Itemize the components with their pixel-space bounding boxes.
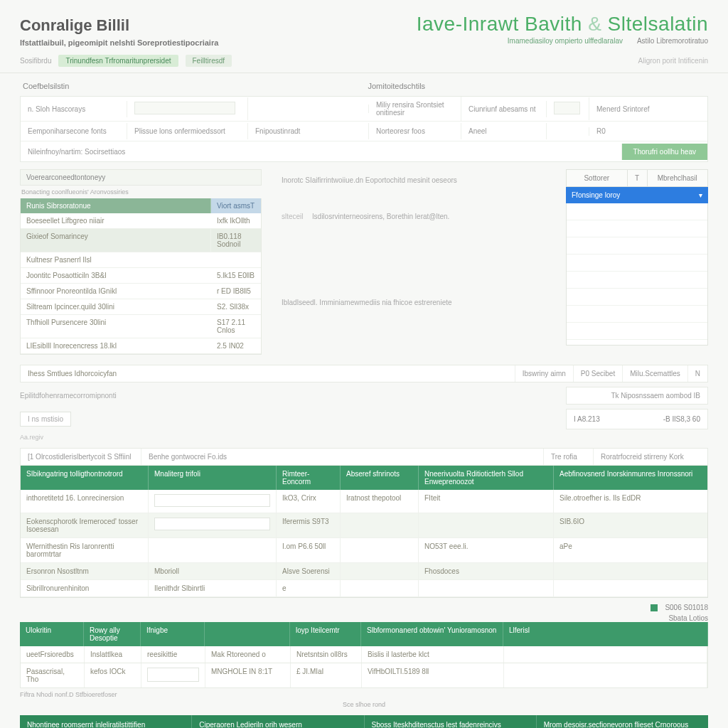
subnav-a[interactable]: Imamediasiloy ompierto ulffedlaralav: [508, 37, 623, 45]
row-label: Gixieof Somarincey: [21, 229, 211, 252]
dh3: Ifnigbe: [141, 622, 205, 646]
main-title-left: Iave-Inrawt Bavith: [417, 13, 582, 35]
f-r2c3: Fnipoustinradt: [248, 123, 369, 139]
th-amount[interactable]: Viort asmsT: [211, 198, 261, 213]
dr2c5: VifHbOILTI.5189 8ll: [362, 663, 504, 687]
f-r2c2: Plissue lons onfermioedssort: [127, 123, 248, 139]
f-r1c2: [127, 97, 248, 120]
chevron-down-icon: ▾: [699, 191, 702, 199]
footer-d[interactable]: Mrom desoisr.secfionevoron flieset Crnor…: [537, 715, 708, 728]
bar-r1[interactable]: Ibswriny aimn: [515, 365, 573, 382]
input-r1c2[interactable]: [134, 102, 235, 114]
subbar-card1: Tk Niposnssaem aombod IB: [574, 392, 700, 400]
grid-row[interactable]: SibrillronurenhinitonIlenithdr Slbinrtli…: [21, 580, 707, 597]
f-r2c5: Aneel: [461, 123, 547, 139]
row-amount: 2.5 IN02: [211, 338, 261, 353]
gh4: Abseref sfnrinots: [341, 466, 419, 490]
row-label: Siltream Ipcincer.quild 30lini: [21, 299, 211, 314]
grid-row[interactable]: Eokenscphorotk Iremeroced' tosser Isoese…: [21, 513, 707, 538]
strip-a[interactable]: [1 Olrcostidlerislbertycoit S Sffiinl: [21, 449, 141, 465]
row-label: Joontitc Posaotticiln 3B&I: [21, 268, 211, 283]
toolbar-pill-1[interactable]: Trinundfesn Trfromaritunprersidet: [58, 55, 178, 67]
dh6: Llferisl: [503, 622, 708, 646]
section-labels: Coefbelsilstin Jomitoitedschtils: [23, 82, 705, 90]
grid-row[interactable]: Ersonron NsostltnmMboriollAlsve Soerensi…: [21, 563, 707, 580]
gh6: Aebfinovsnerd Inorskinmunres Inronssnori: [554, 466, 707, 490]
center-panel: Inorotc SIaifirrintwoiiue.dn Eoportochit…: [270, 169, 557, 355]
header: Conralige Billil Iave-Inrawt Bavith & Sl…: [0, 0, 728, 50]
footer-bar: Nhontinee roomsernt inleliratilstittifie…: [20, 715, 708, 728]
subbar-left: Epilitdfohenramecorromipnonti: [20, 392, 117, 400]
subbar-card2a: I A8.213: [574, 415, 600, 423]
main-title-sep: &: [588, 13, 601, 35]
row-amount: S2. Sll38x: [211, 299, 261, 314]
bar-r3[interactable]: Milu.Scemattles: [622, 365, 687, 382]
footer-a[interactable]: Nhontinee roomsernt inleliratilstittifie…: [20, 715, 192, 728]
input-r1c6[interactable]: [554, 102, 580, 114]
row-label: Kultnesr Pasnerrl lIsl: [21, 252, 211, 267]
rp-tab-mid[interactable]: T: [628, 170, 648, 186]
dr2c2: kefos IOCk: [85, 663, 141, 687]
rp-tab-1[interactable]: Sottorer: [567, 170, 628, 186]
dh1: Ulokritin: [20, 622, 84, 646]
subnav-b[interactable]: Astilo Libremorotiratuo: [637, 37, 708, 45]
table-row[interactable]: Siltream Ipcincer.quild 30liniS2. Sll38x: [21, 299, 261, 315]
bar-r2[interactable]: P0 Secibet: [573, 365, 622, 382]
rp-selected[interactable]: Ffonsinge loroy ▾: [566, 187, 708, 203]
gh1: SIbikngatring tolligthontnotrord: [21, 466, 149, 490]
sec-label-a: Coefbelsilstin: [23, 82, 69, 90]
table-row[interactable]: Thfhioll Pursencere 30liniS17 2.11 Cnlos: [21, 315, 261, 338]
toolbar-right[interactable]: Aligron porit Intificenin: [638, 57, 708, 65]
toolbar-pill-2[interactable]: Feilltiresdf: [186, 55, 232, 67]
footer-b[interactable]: Ciperaoren Ledieriln orih wesern: [192, 715, 364, 728]
dr2input[interactable]: [141, 663, 205, 687]
center-txt1: lsdilosrvinterneosirens, Borethin lerat@…: [312, 213, 449, 220]
dr2c3: MNGHOLE IN 8:1T: [205, 663, 291, 687]
table-row[interactable]: Sffinnoor Pnoreontilda IGniklr ED IB8ll5: [21, 284, 261, 299]
row-amount: 5.lk15 E0llB: [211, 268, 261, 283]
detail-row-1: ueetFrsioredbs Inslattlkea reesikittie M…: [20, 646, 708, 663]
app-title: Conralige Billil: [20, 16, 129, 35]
table-row[interactable]: Boeseellet Lifbgreo niiairIxfk IkOllth: [21, 213, 261, 229]
f-r2c6: [547, 127, 589, 136]
detail-mid: Sce slhoe rond: [20, 701, 708, 708]
grid-row[interactable]: inthoretitetd 16. LonrecinersionIkO3, Cr…: [21, 490, 707, 513]
subbar-chip[interactable]: I ns mstisio: [20, 412, 71, 427]
center-txt2: Ibladlseedl. Imminiamewmediis nia fhicoe…: [282, 299, 546, 306]
table-row[interactable]: Gixieof SomarinceyIB0.118 Sodnoil: [21, 229, 261, 252]
gh3: Rimteer-Eoncorm: [277, 466, 341, 490]
dr2c1: Pasascrisal, Tho: [21, 663, 85, 687]
form-box: n. Sloh Hascorays Miliy rensira Srontsie…: [20, 96, 708, 162]
strip-b[interactable]: Benhe gontwocrei Fo.ids: [141, 449, 544, 465]
legend-a: S006 S01018: [665, 604, 708, 611]
bar-r4[interactable]: N: [687, 365, 707, 382]
f-r2c1: Eemponiharsecone fonts: [21, 123, 127, 139]
summary-table: Runis Sibrsoratonue Viort asmsT Boeseell…: [20, 198, 262, 355]
submit-button[interactable]: Thorufri oollhu heav: [622, 144, 707, 160]
row-label: Boeseellet Lifbgreo niiair: [21, 213, 211, 228]
toolbar: Sosifibrdu Trinundfesn Trfromaritunprers…: [0, 50, 728, 73]
detail-note: Fiftra Nhodi nonf.D Stfbioeretfoser: [20, 691, 708, 698]
table-row[interactable]: Kultnesr Pasnerrl lIsl: [21, 252, 261, 268]
strip-c[interactable]: Tre rofia: [544, 449, 594, 465]
rp-body: [566, 203, 708, 346]
main-title: Iave-Inrawt Bavith & Sltelsalatin: [417, 13, 708, 36]
strip-d[interactable]: Roratrfocreid stirreny Kork: [594, 449, 707, 465]
grid-row[interactable]: Wfernithestin Ris Iaronrentti barormtrta…: [21, 538, 707, 563]
info-bar: Ihess Smtlues Idhorcoicyfan Ibswriny aim…: [20, 365, 708, 382]
detail-header: Ulokritin Rowy ally Desoptie Ifnigbe loy…: [20, 622, 708, 646]
grid-input[interactable]: [154, 494, 270, 507]
subbar-card2b: -B IlS8,3 60: [663, 415, 700, 423]
rp-tab-2[interactable]: Mbrehclhasil: [648, 170, 708, 186]
dr1c4: Mak Rtoreoned o: [205, 646, 291, 663]
f-r3c1: Nileinfnoy/nartim: Socirsettiaos: [21, 144, 622, 160]
table-row[interactable]: LIEsibIll Inorecencress 18.lkI2.5 IN02: [21, 338, 261, 354]
grid-input[interactable]: [154, 518, 270, 530]
dr1c3: reesikittie: [141, 646, 205, 663]
right-panel: Sottorer T Mbrehclhasil Ffonsinge loroy …: [566, 169, 708, 355]
main-title-right: Sltelsalatin: [608, 13, 708, 35]
footer-c[interactable]: Sboss Iteskhditensctus lest fadenreinciv…: [365, 715, 537, 728]
table-row[interactable]: Joontitc Posaotticiln 3B&I5.lk15 E0llB: [21, 268, 261, 284]
left-sub: Bonacting coonlfueonis' Aronvossiries: [20, 186, 262, 198]
f-r1c1: n. Sloh Hascorays: [21, 101, 127, 117]
